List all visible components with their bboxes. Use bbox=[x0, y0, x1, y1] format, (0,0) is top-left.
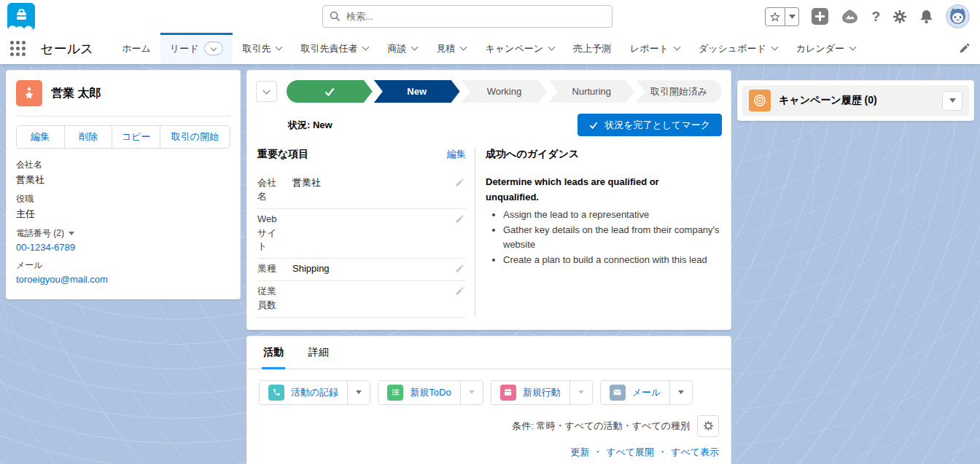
edit-pencil-icon[interactable] bbox=[455, 178, 464, 187]
key-field-industry: 業種 Shipping bbox=[257, 259, 466, 281]
chevron-down-icon bbox=[411, 44, 419, 51]
nav-item-forecasts[interactable]: 売上予測 bbox=[564, 33, 621, 64]
log-a-call-button[interactable]: 活動の記録 bbox=[260, 381, 347, 404]
field-label: 電話番号 (2) bbox=[16, 227, 64, 240]
lead-highlights-panel: 営業 太郎 編集 削除 コピー 取引の開始 会社名 営業社 役職 主任 電話番号… bbox=[6, 70, 241, 299]
edit-button[interactable]: 編集 bbox=[17, 126, 64, 148]
convert-button[interactable]: 取引の開始 bbox=[160, 126, 230, 148]
new-event-dropdown-icon[interactable] bbox=[569, 381, 592, 404]
new-task-dropdown-icon[interactable] bbox=[460, 381, 483, 404]
edit-pencil-icon[interactable] bbox=[455, 287, 464, 296]
mark-status-complete-button[interactable]: 状況を完了としてマーク bbox=[578, 114, 722, 136]
activity-settings-gear-icon[interactable] bbox=[697, 415, 719, 437]
field-label: 会社名 bbox=[257, 176, 282, 204]
campaign-history-title: キャンペーン履歴 (0) bbox=[779, 94, 934, 107]
log-a-call-dropdown-icon[interactable] bbox=[347, 381, 370, 404]
lead-action-buttons: 編集 削除 コピー 取引の開始 bbox=[16, 125, 230, 149]
path-stage-new[interactable]: New bbox=[374, 80, 460, 103]
field-company: 会社名 営業社 bbox=[16, 159, 230, 186]
field-phone: 電話番号 (2) 00-1234-6789 bbox=[16, 227, 230, 253]
path-collapse-button[interactable] bbox=[256, 81, 277, 102]
field-label: 従業員数 bbox=[257, 285, 282, 312]
clone-button[interactable]: コピー bbox=[112, 126, 160, 148]
nav-item-leads[interactable]: リード bbox=[160, 33, 233, 64]
email-link[interactable]: toroeigyou@mail.com bbox=[16, 274, 230, 285]
lead-name-title: 営業 太郎 bbox=[51, 86, 101, 101]
chevron-down-icon bbox=[548, 44, 556, 51]
view-all-link[interactable]: すべて表示 bbox=[671, 446, 719, 459]
edit-pencil-icon[interactable] bbox=[455, 215, 464, 224]
nav-item-reports[interactable]: レポート bbox=[621, 33, 689, 64]
activity-panel: 活動 詳細 活動の記録 bbox=[246, 336, 731, 464]
new-task-button[interactable]: 新規ToDo bbox=[378, 381, 459, 404]
activity-action-buttons: 活動の記録 新規ToDo bbox=[247, 369, 731, 409]
nav-item-campaigns[interactable]: キャンペーン bbox=[475, 33, 564, 64]
field-label: 業種 bbox=[257, 262, 282, 276]
nav-item-calendar[interactable]: カレンダー bbox=[787, 33, 865, 64]
new-event-icon bbox=[500, 385, 516, 401]
notifications-bell-icon[interactable] bbox=[919, 9, 933, 24]
email-dropdown-icon[interactable] bbox=[669, 381, 692, 404]
path-stage-nurturing[interactable]: Nurturing bbox=[548, 80, 634, 103]
campaign-history-dropdown-icon[interactable] bbox=[942, 91, 962, 111]
trailhead-guidance-icon[interactable] bbox=[841, 9, 859, 24]
app-navigation-bar: セールス ホーム リード 取引先 取引先責任者 商談 見積 キャンペーン 売上予… bbox=[0, 33, 980, 64]
guidance-section: 成功へのガイダンス Determine which leads are qual… bbox=[475, 148, 722, 318]
guidance-bullets: Assign the lead to a representative Gath… bbox=[503, 208, 722, 268]
nav-item-dashboards[interactable]: ダッシュボード bbox=[689, 33, 787, 64]
leads-dropdown-icon[interactable] bbox=[204, 42, 223, 55]
edit-pencil-icon[interactable] bbox=[455, 264, 464, 273]
favorites-dropdown-icon[interactable] bbox=[785, 7, 799, 26]
app-name: セールス bbox=[40, 40, 93, 58]
nav-item-home[interactable]: ホーム bbox=[112, 33, 160, 64]
guidance-title: 成功へのガイダンス bbox=[486, 148, 722, 161]
nav-item-quotes[interactable]: 見積 bbox=[427, 33, 475, 64]
divider bbox=[16, 116, 230, 117]
search-input[interactable] bbox=[322, 5, 612, 28]
nav-item-opportunities[interactable]: 商談 bbox=[378, 33, 427, 64]
field-label: メール bbox=[16, 259, 230, 272]
path-stage-working[interactable]: Working bbox=[462, 80, 548, 103]
field-label: 役職 bbox=[16, 193, 230, 205]
global-search bbox=[322, 5, 612, 28]
key-field-employees: 従業員数 bbox=[257, 281, 466, 318]
campaign-history-panel: キャンペーン履歴 (0) bbox=[737, 80, 974, 121]
user-avatar[interactable] bbox=[946, 4, 970, 28]
guidance-bullet: Gather key details on the lead from thei… bbox=[503, 223, 722, 252]
activity-filter-row: 条件: 常時・すべての活動・すべての種別 bbox=[247, 409, 731, 440]
campaign-icon bbox=[749, 90, 771, 111]
edit-nav-pencil-icon[interactable] bbox=[959, 43, 970, 54]
expand-all-link[interactable]: すべて展開 bbox=[606, 446, 654, 459]
new-event-button[interactable]: 新規行動 bbox=[491, 381, 569, 404]
path-stage-converted[interactable]: 取引開始済み bbox=[636, 80, 722, 103]
help-icon[interactable]: ? bbox=[871, 9, 880, 23]
setup-gear-icon[interactable] bbox=[892, 9, 907, 24]
field-value bbox=[282, 213, 466, 227]
tab-activity[interactable]: 活動 bbox=[262, 346, 285, 369]
status-text: 状況: New bbox=[288, 119, 332, 132]
guidance-heading: Determine which leads are qualified or u… bbox=[486, 174, 704, 205]
path-assistant-panel: New Working Nurturing 取引開始済み 状況: New 状況を… bbox=[246, 70, 731, 330]
refresh-link[interactable]: 更新 bbox=[570, 446, 589, 459]
path-stage-complete[interactable] bbox=[287, 80, 373, 103]
phone-link[interactable]: 00-1234-6789 bbox=[16, 242, 230, 253]
nav-item-accounts[interactable]: 取引先 bbox=[233, 33, 291, 64]
email-icon bbox=[610, 385, 626, 401]
field-value: 主任 bbox=[16, 208, 230, 221]
key-fields-edit-link[interactable]: 編集 bbox=[447, 148, 466, 161]
phone-dropdown-icon[interactable] bbox=[69, 232, 74, 235]
sales-path: New Working Nurturing 取引開始済み bbox=[287, 80, 722, 103]
global-actions-plus-icon[interactable] bbox=[812, 8, 828, 25]
activity-tabs: 活動 詳細 bbox=[247, 337, 731, 369]
tab-details[interactable]: 詳細 bbox=[307, 346, 330, 369]
nav-item-contacts[interactable]: 取引先責任者 bbox=[291, 33, 378, 64]
field-label: 会社名 bbox=[16, 159, 230, 171]
delete-button[interactable]: 削除 bbox=[64, 126, 112, 148]
favorite-star-icon[interactable] bbox=[765, 7, 785, 26]
nav-items: ホーム リード 取引先 取引先責任者 商談 見積 キャンペーン 売上予測 レポー… bbox=[112, 33, 865, 64]
log-a-call-icon bbox=[268, 385, 284, 401]
email-button[interactable]: メール bbox=[601, 381, 670, 404]
salesforce-app-logo-icon[interactable] bbox=[7, 3, 35, 31]
app-launcher-icon[interactable] bbox=[10, 41, 26, 56]
chevron-down-icon bbox=[673, 44, 680, 51]
